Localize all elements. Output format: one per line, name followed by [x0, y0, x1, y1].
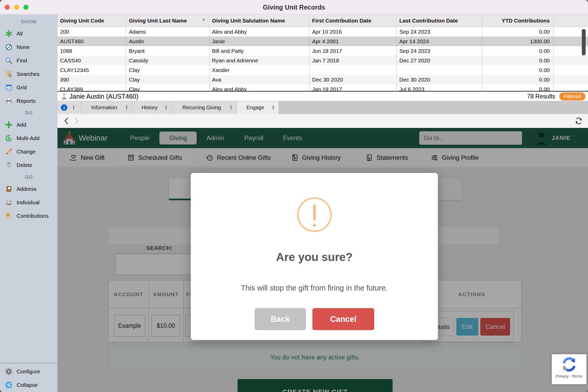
sidebar-section-go: GO — [0, 172, 57, 182]
webview: Webinar People Giving Admin Payroll Even… — [57, 128, 588, 392]
sidebar-section-show: SHOW — [0, 17, 57, 27]
sidebar-item-contributions[interactable]: $ Contributions — [0, 209, 57, 223]
trash-icon — [5, 161, 13, 169]
confirm-dialog: Are you sure? This will stop the gift fr… — [191, 173, 438, 340]
info-icon: i — [61, 104, 68, 111]
tab-recurring-giving[interactable]: Recurring Giving⋮ — [172, 101, 237, 114]
tab-engage-active[interactable]: Engage⋮ — [237, 101, 279, 114]
tab-history[interactable]: History⋮ — [133, 101, 172, 114]
records-table-body: 200AdamsAlex and AbbyApr 10 2016Sep 24 2… — [57, 27, 588, 92]
dialog-title: Are you sure? — [191, 251, 438, 264]
column-header[interactable]: First Contribution Date — [309, 14, 396, 27]
tab-menu-dots[interactable]: ⋮ — [271, 105, 276, 111]
sidebar-item-multi-add[interactable]: Multi-Add — [0, 132, 57, 145]
record-title: Janie Austin (AUST460) — [69, 93, 138, 100]
refresh-icon[interactable] — [574, 116, 583, 126]
tab-information[interactable]: Information⋮ — [81, 101, 133, 114]
sidebar-item-grid[interactable]: Grid — [0, 81, 57, 94]
person-laptop-icon — [61, 93, 67, 100]
window-title: Giving Unit Records — [0, 0, 588, 14]
table-row[interactable]: CLAY12345ClayXander0.00 — [57, 65, 588, 75]
app-window: Giving Unit Records SHOW All None Find S… — [0, 0, 588, 392]
sidebar-item-delete[interactable]: Delete — [0, 158, 57, 172]
column-header-filler — [553, 14, 588, 27]
column-header[interactable]: YTD Contributions — [482, 14, 553, 27]
dialog-message: This will stop the gift from firing in t… — [191, 284, 438, 292]
cancel-confirm-button[interactable]: Cancel — [312, 308, 374, 330]
magnifier-icon — [5, 56, 13, 65]
plus-icon — [5, 121, 13, 129]
records-table-header: Giving Unit Code Giving Unit Last Name^ … — [57, 14, 588, 27]
tab-menu-dots[interactable]: ⋮ — [71, 105, 76, 111]
people-icon — [5, 198, 13, 207]
record-header: Janie Austin (AUST460) 78 Results Filter… — [57, 92, 588, 101]
warning-icon — [297, 197, 332, 232]
table-row[interactable]: 390ClayAvaDec 30 2020Dec 30 20200.00 — [57, 75, 588, 84]
sidebar-item-none[interactable]: None — [0, 40, 57, 54]
collapse-icon — [5, 381, 13, 389]
table-row[interactable]: 1088BryantBill and PattyJun 18 2017Sep 2… — [57, 46, 588, 56]
results-count: 78 Results — [527, 93, 555, 100]
column-header[interactable]: Giving Unit Code — [57, 14, 126, 27]
table-row[interactable]: CLAY389ClayAlex and AbbyJan 19 2017Jul 6… — [57, 84, 588, 92]
browser-toolbar — [57, 114, 588, 128]
back-button[interactable]: Back — [255, 308, 306, 330]
column-header[interactable]: Last Contribution Date — [396, 14, 482, 27]
gear-icon — [5, 367, 13, 376]
table-row[interactable]: CASS40CassidyRyan and AdrienneJan 7 2018… — [57, 56, 588, 65]
sidebar-item-configure[interactable]: Configure — [0, 365, 57, 378]
layout-tab-bar: i ⋮ Information⋮ History⋮ Recurring Givi… — [57, 101, 588, 114]
tab-menu-dots[interactable]: ⋮ — [229, 105, 233, 111]
tab-info[interactable]: i ⋮ — [57, 101, 81, 114]
recaptcha-logo-icon — [561, 356, 577, 373]
records-table: Giving Unit Code Giving Unit Last Name^ … — [57, 14, 588, 92]
titlebar: Giving Unit Records — [0, 0, 588, 14]
sidebar-item-add[interactable]: Add — [0, 118, 57, 132]
sidebar-item-individual[interactable]: Individual — [0, 196, 57, 209]
coin-hand-icon: $ — [5, 212, 13, 220]
sidebar: SHOW All None Find Searches Grid Reports… — [0, 14, 57, 392]
sidebar-footer: Configure Collapse — [0, 363, 57, 392]
table-row[interactable]: 200AdamsAlex and AbbyApr 10 2016Sep 24 2… — [57, 27, 588, 37]
sort-asc-indicator: ^ — [202, 14, 205, 27]
table-row-selected[interactable]: AUST460AustinJanieApr 4 2001Apr 14 20241… — [57, 37, 588, 46]
sidebar-item-address[interactable]: Address — [0, 182, 57, 196]
printer-icon — [5, 97, 13, 105]
recaptcha-privacy-terms[interactable]: Privacy - Terms — [552, 374, 586, 378]
scroll-search-icon — [5, 70, 13, 78]
sidebar-item-find[interactable]: Find — [0, 54, 57, 67]
sidebar-item-collapse[interactable]: Collapse — [0, 378, 57, 392]
column-header-sorted[interactable]: Giving Unit Last Name^ — [126, 14, 209, 27]
sidebar-section-do: DO — [0, 108, 57, 118]
forward-arrow-icon[interactable] — [74, 117, 79, 125]
pencil-icon — [5, 148, 13, 156]
slashed-circle-icon — [5, 43, 13, 51]
tab-menu-dots[interactable]: ⋮ — [124, 105, 129, 111]
table-scrollbar[interactable] — [582, 29, 586, 55]
back-arrow-icon[interactable] — [64, 117, 69, 125]
sidebar-item-reports[interactable]: Reports — [0, 94, 57, 108]
svg-text:$: $ — [7, 214, 9, 216]
sidebar-item-change[interactable]: Change — [0, 145, 57, 158]
column-header[interactable]: Giving Unit Salutation Name — [209, 14, 309, 27]
sidebar-item-all[interactable]: All — [0, 27, 57, 40]
sidebar-item-searches[interactable]: Searches — [0, 67, 57, 81]
grid-icon — [5, 83, 13, 92]
asterisk-icon — [5, 30, 13, 38]
address-book-icon — [5, 185, 13, 193]
recaptcha-badge[interactable]: Privacy - Terms — [552, 354, 586, 384]
svg-text:i: i — [63, 105, 65, 110]
filtered-badge[interactable]: Filtered — [559, 92, 585, 100]
circular-plus-icon — [5, 134, 13, 142]
tab-menu-dots[interactable]: ⋮ — [164, 105, 168, 111]
